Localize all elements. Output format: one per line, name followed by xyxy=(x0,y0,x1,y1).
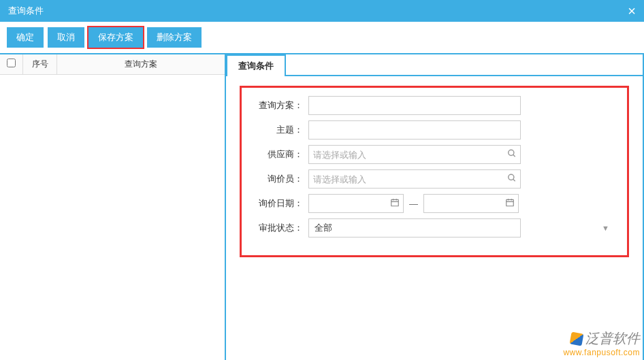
col-plan-header: 查询方案 xyxy=(57,54,225,74)
supplier-input[interactable] xyxy=(308,145,521,164)
dialog-title: 查询条件 xyxy=(8,0,44,22)
select-all-checkbox[interactable] xyxy=(7,59,16,67)
tab-header: 查询条件 xyxy=(226,54,643,76)
grid-body xyxy=(0,75,225,360)
label-plan: 查询方案： xyxy=(254,99,308,112)
date-from-input[interactable] xyxy=(308,194,404,213)
content-area: 序号 查询方案 查询条件 查询方案： 主题： 供应商： xyxy=(0,53,644,360)
date-to-input[interactable] xyxy=(423,194,519,213)
label-approval: 审批状态： xyxy=(254,222,308,234)
save-plan-button[interactable]: 保存方案 xyxy=(88,27,143,48)
label-inquirer: 询价员： xyxy=(254,173,308,185)
delete-plan-button[interactable]: 删除方案 xyxy=(147,27,202,48)
approval-select[interactable]: 全部 xyxy=(308,218,521,238)
date-separator: — xyxy=(409,199,418,209)
watermark: 泛普软件 www.fanpusoft.com xyxy=(563,329,640,357)
plan-input[interactable] xyxy=(308,96,521,115)
confirm-button[interactable]: 确定 xyxy=(7,27,44,48)
inquirer-input[interactable] xyxy=(308,169,521,189)
close-icon[interactable]: × xyxy=(628,0,636,22)
brand-text: 泛普软件 xyxy=(585,329,640,348)
plan-list-panel: 序号 查询方案 xyxy=(0,54,226,360)
subject-input[interactable] xyxy=(308,120,521,140)
toolbar: 确定 取消 保存方案 删除方案 xyxy=(0,22,644,53)
logo-icon xyxy=(570,331,584,346)
label-inquiry-date: 询价日期： xyxy=(254,197,308,210)
label-subject: 主题： xyxy=(254,124,308,136)
chevron-down-icon: ▼ xyxy=(602,224,609,232)
tab-conditions[interactable]: 查询条件 xyxy=(226,54,286,76)
col-checkbox xyxy=(0,54,23,74)
cancel-button[interactable]: 取消 xyxy=(48,27,84,48)
col-seq-header: 序号 xyxy=(23,54,57,74)
label-supplier: 供应商： xyxy=(254,148,308,161)
brand-url: www.fanpusoft.com xyxy=(563,348,640,357)
condition-form: 查询方案： 主题： 供应商： xyxy=(240,86,629,257)
grid-header: 序号 查询方案 xyxy=(0,54,225,75)
dialog-titlebar: 查询条件 × xyxy=(0,0,644,22)
condition-panel: 查询条件 查询方案： 主题： 供应商： xyxy=(226,54,644,360)
